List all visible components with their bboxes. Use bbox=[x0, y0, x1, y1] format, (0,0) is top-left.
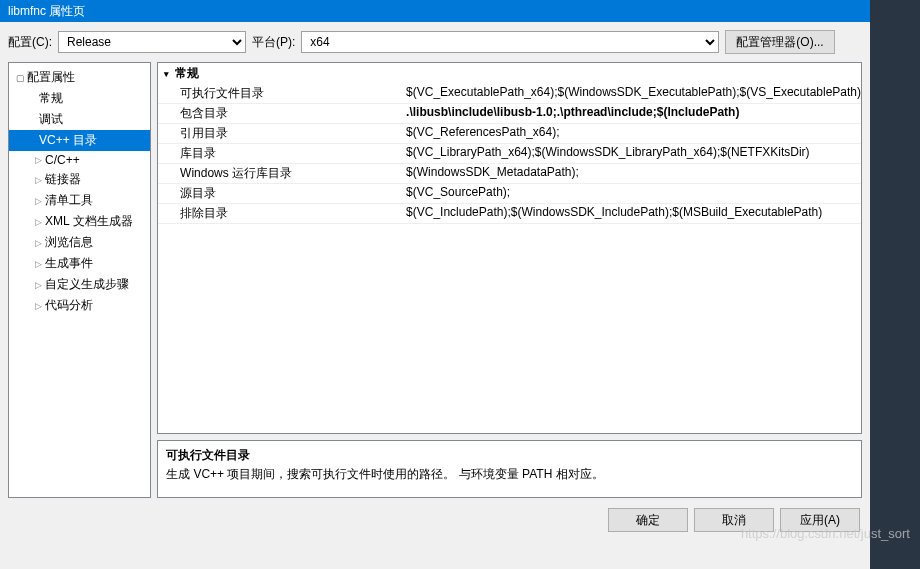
tree-item-manifest[interactable]: ▷ 清单工具 bbox=[9, 190, 150, 211]
tree-item-custom-build[interactable]: ▷ 自定义生成步骤 bbox=[9, 274, 150, 295]
caret-right-icon: ▷ bbox=[33, 238, 43, 248]
grid-row[interactable]: 排除目录 $(VC_IncludePath);$(WindowsSDK_Incl… bbox=[158, 204, 861, 224]
tree-item-label: 清单工具 bbox=[45, 192, 93, 209]
tree-root-label: 配置属性 bbox=[27, 69, 75, 86]
caret-right-icon: ▷ bbox=[33, 217, 43, 227]
tree-item-label: 浏览信息 bbox=[45, 234, 93, 251]
tree-item-label: 链接器 bbox=[45, 171, 81, 188]
tree-item-code-analysis[interactable]: ▷ 代码分析 bbox=[9, 295, 150, 316]
grid-row-value[interactable]: .\libusb\include\libusb-1.0;.\pthread\in… bbox=[406, 105, 861, 122]
grid-row-label: 引用目录 bbox=[158, 125, 406, 142]
tree-item-label: 调试 bbox=[39, 111, 63, 128]
dialog-footer: 确定 取消 应用(A) bbox=[0, 498, 870, 532]
titlebar: libmfnc 属性页 ? ✕ bbox=[0, 0, 920, 22]
platform-label: 平台(P): bbox=[252, 34, 295, 51]
grid-row-value[interactable]: $(VC_SourcePath); bbox=[406, 185, 861, 202]
tree-item-linker[interactable]: ▷ 链接器 bbox=[9, 169, 150, 190]
tree-item-general[interactable]: 常规 bbox=[9, 88, 150, 109]
config-label: 配置(C): bbox=[8, 34, 52, 51]
tree-item-label: 自定义生成步骤 bbox=[45, 276, 129, 293]
grid-row-label: 排除目录 bbox=[158, 205, 406, 222]
grid-row-value[interactable]: $(VC_LibraryPath_x64);$(WindowsSDK_Libra… bbox=[406, 145, 861, 162]
tree-root[interactable]: ▢ 配置属性 bbox=[9, 67, 150, 88]
tree-item-label: 常规 bbox=[39, 90, 63, 107]
tree-item-label: VC++ 目录 bbox=[39, 132, 97, 149]
tree-item-label: C/C++ bbox=[45, 153, 80, 167]
main-area: ▢ 配置属性 常规 调试 VC++ 目录 ▷ C/C++ ▷ 链接器 ▷ bbox=[0, 62, 870, 498]
property-dialog: 配置(C): Release 平台(P): x64 配置管理器(O)... ▢ … bbox=[0, 22, 870, 569]
right-pane: ▾ 常规 可执行文件目录 $(VC_ExecutablePath_x64);$(… bbox=[157, 62, 862, 498]
apply-button[interactable]: 应用(A) bbox=[780, 508, 860, 532]
caret-right-icon: ▷ bbox=[33, 301, 43, 311]
grid-row-label: 包含目录 bbox=[158, 105, 406, 122]
grid-row[interactable]: 可执行文件目录 $(VC_ExecutablePath_x64);$(Windo… bbox=[158, 84, 861, 104]
grid-section-header[interactable]: ▾ 常规 bbox=[158, 63, 861, 84]
window-title: libmfnc 属性页 bbox=[8, 3, 85, 20]
caret-right-icon: ▷ bbox=[33, 259, 43, 269]
grid-row-value[interactable]: $(VC_ReferencesPath_x64); bbox=[406, 125, 861, 142]
grid-row-label: 可执行文件目录 bbox=[158, 85, 406, 102]
grid-row-value[interactable]: $(WindowsSDK_MetadataPath); bbox=[406, 165, 861, 182]
grid-row-value[interactable]: $(VC_IncludePath);$(WindowsSDK_IncludePa… bbox=[406, 205, 861, 222]
description-title: 可执行文件目录 bbox=[166, 447, 853, 464]
description-panel: 可执行文件目录 生成 VC++ 项目期间，搜索可执行文件时使用的路径。 与环境变… bbox=[157, 440, 862, 498]
caret-down-icon: ▢ bbox=[15, 73, 25, 83]
grid-row-label: 库目录 bbox=[158, 145, 406, 162]
config-select[interactable]: Release bbox=[58, 31, 246, 53]
tree-item-vcdir[interactable]: VC++ 目录 bbox=[9, 130, 150, 151]
caret-right-icon: ▷ bbox=[33, 196, 43, 206]
tree-item-cpp[interactable]: ▷ C/C++ bbox=[9, 151, 150, 169]
config-toolbar: 配置(C): Release 平台(P): x64 配置管理器(O)... bbox=[0, 22, 870, 62]
grid-row[interactable]: 源目录 $(VC_SourcePath); bbox=[158, 184, 861, 204]
caret-down-icon: ▾ bbox=[164, 69, 169, 79]
grid-row[interactable]: 库目录 $(VC_LibraryPath_x64);$(WindowsSDK_L… bbox=[158, 144, 861, 164]
config-manager-button[interactable]: 配置管理器(O)... bbox=[725, 30, 834, 54]
tree-item-browse[interactable]: ▷ 浏览信息 bbox=[9, 232, 150, 253]
grid-row[interactable]: 包含目录 .\libusb\include\libusb-1.0;.\pthre… bbox=[158, 104, 861, 124]
platform-select[interactable]: x64 bbox=[301, 31, 719, 53]
grid-row-label: Windows 运行库目录 bbox=[158, 165, 406, 182]
caret-right-icon: ▷ bbox=[33, 280, 43, 290]
grid-row[interactable]: Windows 运行库目录 $(WindowsSDK_MetadataPath)… bbox=[158, 164, 861, 184]
grid-row-label: 源目录 bbox=[158, 185, 406, 202]
tree-item-xmldoc[interactable]: ▷ XML 文档生成器 bbox=[9, 211, 150, 232]
grid-row-value[interactable]: $(VC_ExecutablePath_x64);$(WindowsSDK_Ex… bbox=[406, 85, 861, 102]
caret-right-icon: ▷ bbox=[33, 175, 43, 185]
tree-item-debug[interactable]: 调试 bbox=[9, 109, 150, 130]
grid-section-label: 常规 bbox=[175, 65, 199, 82]
grid-row[interactable]: 引用目录 $(VC_ReferencesPath_x64); bbox=[158, 124, 861, 144]
caret-right-icon: ▷ bbox=[33, 155, 43, 165]
property-tree[interactable]: ▢ 配置属性 常规 调试 VC++ 目录 ▷ C/C++ ▷ 链接器 ▷ bbox=[8, 62, 151, 498]
ok-button[interactable]: 确定 bbox=[608, 508, 688, 532]
tree-item-label: 代码分析 bbox=[45, 297, 93, 314]
description-text: 生成 VC++ 项目期间，搜索可执行文件时使用的路径。 与环境变量 PATH 相… bbox=[166, 466, 853, 483]
property-grid[interactable]: ▾ 常规 可执行文件目录 $(VC_ExecutablePath_x64);$(… bbox=[157, 62, 862, 434]
cancel-button[interactable]: 取消 bbox=[694, 508, 774, 532]
background-strip bbox=[870, 0, 920, 569]
tree-item-build-events[interactable]: ▷ 生成事件 bbox=[9, 253, 150, 274]
tree-item-label: 生成事件 bbox=[45, 255, 93, 272]
tree-item-label: XML 文档生成器 bbox=[45, 213, 133, 230]
